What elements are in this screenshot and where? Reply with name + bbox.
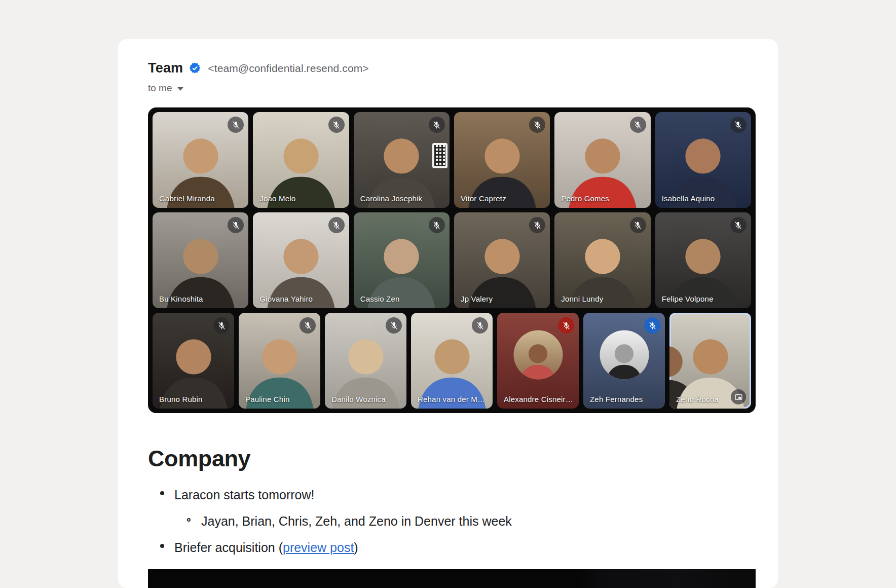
recipient-label: to me: [148, 83, 172, 94]
mic-off-icon: [228, 217, 244, 233]
list-item: Jayan, Brian, Chris, Zeh, and Zeno in De…: [148, 513, 756, 529]
participant-tile: Rehan van der Me…: [411, 313, 493, 409]
participant-name: Felipe Volpone: [662, 295, 714, 303]
mic-off-icon: [386, 317, 402, 334]
participant-name: Carolina Josephik: [360, 194, 423, 203]
sender-email: <team@confidential.resend.com>: [208, 62, 368, 75]
participant-tile: Isabella Aquino: [655, 112, 751, 208]
mic-off-icon: [558, 317, 574, 334]
participant-name: Zeno Rocha: [676, 395, 719, 403]
participant-tile: Jp Valery: [454, 212, 550, 308]
sender-name[interactable]: Team: [148, 60, 183, 76]
mic-off-icon: [429, 217, 445, 233]
list-item-text: Briefer acquisition (preview post): [174, 540, 358, 556]
mic-off-icon: [630, 217, 646, 233]
participant-tile: Alexandre Cisneir…: [497, 313, 579, 409]
participant-tile: Joao Melo: [253, 112, 349, 208]
participant-name: Pedro Gomes: [561, 194, 609, 203]
participant-name: Pauline Chin: [245, 395, 289, 403]
participant-tile: Carolina Josephik: [354, 112, 450, 208]
participant-name: Gabriel Miranda: [159, 194, 215, 203]
verified-badge-icon: [189, 62, 201, 75]
chevron-down-icon: [177, 87, 183, 91]
participant-tile: Zeno Rocha: [669, 313, 751, 409]
participant-name: Joao Melo: [259, 194, 295, 203]
mic-off-icon: [228, 117, 244, 133]
preview-post-link[interactable]: preview post: [283, 540, 354, 555]
participant-name: Bruno Rubin: [159, 395, 203, 403]
list-item-text: Jayan, Brian, Chris, Zeh, and Zeno in De…: [201, 513, 512, 529]
mic-off-icon: [630, 117, 646, 133]
participant-tile: Bruno Rubin: [153, 313, 234, 409]
mic-off-icon: [300, 317, 316, 334]
list-item-text: Laracon starts tomorrow!: [174, 487, 315, 503]
participant-tile: Giovana Yahiro: [253, 212, 349, 308]
mic-off-icon: [730, 117, 746, 133]
participant-name: Jp Valery: [461, 295, 493, 303]
participant-tile: Gabriel Miranda: [153, 112, 248, 208]
email-header: Team <team@confidential.resend.com>: [148, 60, 756, 76]
participant-tile: Pauline Chin: [239, 313, 320, 409]
meeting-screenshot: Gabriel Miranda Joao Melo: [148, 107, 756, 413]
participant-name: Zeh Fernandes: [590, 395, 643, 403]
participant-tile: Zeh Fernandes: [583, 313, 665, 409]
mic-off-icon: [328, 217, 345, 233]
participant-name: Jonni Lundy: [561, 295, 603, 303]
list-item: Laracon starts tomorrow!: [148, 487, 756, 503]
mic-off-icon: [472, 317, 488, 334]
avatar: [600, 330, 649, 380]
participant-name: Rehan van der Me…: [418, 395, 487, 403]
mic-off-icon: [213, 317, 230, 334]
participant-name: Vitor Capretz: [461, 194, 506, 203]
picture-in-picture-icon: [731, 389, 746, 405]
participant-name: Bu Kinoshita: [159, 295, 203, 303]
mic-off-icon: [529, 217, 545, 233]
participant-name: Giovana Yahiro: [259, 295, 313, 303]
attachment-image-partial: [148, 569, 756, 588]
participant-tile: Jonni Lundy: [554, 212, 650, 308]
mic-off-icon: [529, 117, 545, 133]
mic-off-icon: [730, 217, 746, 233]
participant-tile: Pedro Gomes: [554, 112, 650, 208]
recipient-dropdown[interactable]: to me: [148, 83, 183, 94]
participant-tile: Cassio Zen: [354, 212, 450, 308]
meeting-row: Bruno Rubin Pauline Chin: [153, 313, 751, 409]
participant-tile: Bu Kinoshita: [153, 212, 248, 308]
participant-tile: Vitor Capretz: [454, 112, 550, 208]
participant-name: Cassio Zen: [360, 295, 400, 303]
participant-name: Alexandre Cisneir…: [504, 395, 573, 403]
participant-tile: Danilo Woznica: [325, 313, 406, 409]
email-card: Team <team@confidential.resend.com> to m…: [118, 39, 778, 588]
avatar: [513, 330, 563, 380]
mic-off-icon: [429, 117, 445, 133]
qr-code-overlay: [432, 143, 447, 168]
participant-name: Danilo Woznica: [331, 395, 386, 403]
meeting-row: Gabriel Miranda Joao Melo: [153, 112, 751, 208]
participant-tile: Felipe Volpone: [655, 212, 751, 308]
list-item: Briefer acquisition (preview post): [148, 540, 756, 556]
mic-off-icon: [328, 117, 345, 133]
section-heading: Company: [148, 446, 756, 472]
mic-off-icon: [644, 317, 660, 334]
bullet-list: Laracon starts tomorrow!Jayan, Brian, Ch…: [148, 487, 756, 556]
meeting-row: Bu Kinoshita Giovana Yahiro: [153, 212, 751, 308]
participant-name: Isabella Aquino: [662, 194, 715, 203]
